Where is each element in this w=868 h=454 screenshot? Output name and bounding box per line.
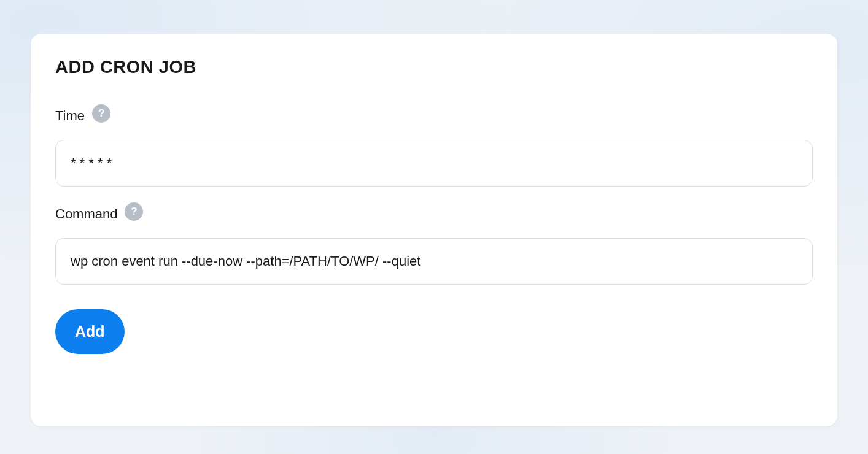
- command-label-row: Command ?: [55, 205, 813, 223]
- help-icon[interactable]: ?: [125, 202, 143, 221]
- time-form-group: Time ?: [55, 107, 813, 187]
- time-input[interactable]: [55, 140, 813, 187]
- command-label: Command: [55, 206, 117, 222]
- add-cron-job-card: ADD CRON JOB Time ? Command ? Add: [31, 34, 837, 426]
- card-title: ADD CRON JOB: [55, 57, 813, 77]
- command-form-group: Command ?: [55, 205, 813, 285]
- command-input[interactable]: [55, 238, 813, 285]
- time-label: Time: [55, 108, 85, 124]
- help-icon[interactable]: ?: [92, 104, 110, 123]
- time-label-row: Time ?: [55, 107, 813, 125]
- add-button[interactable]: Add: [55, 309, 125, 354]
